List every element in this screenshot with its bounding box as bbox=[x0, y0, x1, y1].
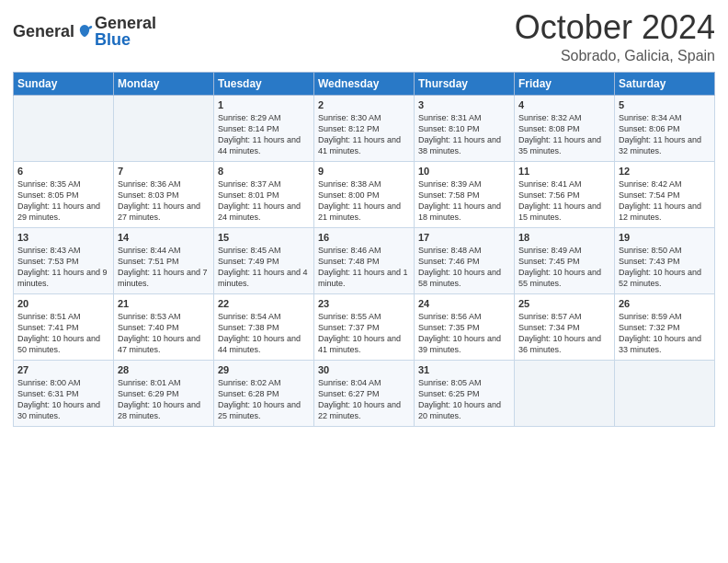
day-info: Sunrise: 8:37 AMSunset: 8:01 PMDaylight:… bbox=[218, 178, 310, 224]
day-info: Sunrise: 8:39 AMSunset: 7:58 PMDaylight:… bbox=[418, 178, 510, 224]
day-number: 12 bbox=[619, 166, 711, 177]
day-cell: 1Sunrise: 8:29 AMSunset: 8:14 PMDaylight… bbox=[214, 95, 314, 161]
day-number: 16 bbox=[318, 232, 410, 243]
day-info: Sunrise: 8:35 AMSunset: 8:05 PMDaylight:… bbox=[17, 178, 109, 224]
day-number: 9 bbox=[318, 166, 410, 177]
day-info: Sunrise: 8:30 AMSunset: 8:12 PMDaylight:… bbox=[318, 112, 410, 157]
day-number: 24 bbox=[418, 298, 510, 309]
day-info: Sunrise: 8:00 AMSunset: 6:31 PMDaylight:… bbox=[17, 377, 109, 422]
day-cell: 26Sunrise: 8:59 AMSunset: 7:32 PMDayligh… bbox=[615, 293, 715, 360]
day-number: 1 bbox=[218, 99, 310, 110]
day-number: 21 bbox=[118, 298, 210, 309]
day-info: Sunrise: 8:36 AMSunset: 8:03 PMDaylight:… bbox=[118, 178, 210, 224]
day-number: 25 bbox=[518, 298, 610, 309]
day-info: Sunrise: 8:48 AMSunset: 7:46 PMDaylight:… bbox=[418, 245, 510, 290]
day-cell: 25Sunrise: 8:57 AMSunset: 7:34 PMDayligh… bbox=[515, 293, 615, 360]
week-row-5: 27Sunrise: 8:00 AMSunset: 6:31 PMDayligh… bbox=[14, 360, 715, 426]
day-number: 11 bbox=[518, 166, 610, 177]
day-cell: 6Sunrise: 8:35 AMSunset: 8:05 PMDaylight… bbox=[14, 161, 114, 227]
day-number: 29 bbox=[218, 364, 310, 375]
day-cell: 17Sunrise: 8:48 AMSunset: 7:46 PMDayligh… bbox=[415, 227, 515, 293]
day-cell: 12Sunrise: 8:42 AMSunset: 7:54 PMDayligh… bbox=[615, 161, 715, 227]
day-cell: 5Sunrise: 8:34 AMSunset: 8:06 PMDaylight… bbox=[615, 95, 715, 161]
day-cell: 9Sunrise: 8:38 AMSunset: 8:00 PMDaylight… bbox=[314, 161, 415, 227]
day-number: 19 bbox=[619, 232, 711, 243]
day-number: 3 bbox=[418, 99, 510, 110]
header-cell-saturday: Saturday bbox=[615, 72, 715, 95]
day-cell: 18Sunrise: 8:49 AMSunset: 7:45 PMDayligh… bbox=[515, 227, 615, 293]
day-info: Sunrise: 8:46 AMSunset: 7:48 PMDaylight:… bbox=[318, 245, 410, 290]
day-info: Sunrise: 8:05 AMSunset: 6:25 PMDaylight:… bbox=[418, 377, 510, 422]
day-number: 15 bbox=[218, 232, 310, 243]
day-cell bbox=[114, 95, 214, 161]
day-info: Sunrise: 8:44 AMSunset: 7:51 PMDaylight:… bbox=[118, 245, 210, 290]
day-info: Sunrise: 8:56 AMSunset: 7:35 PMDaylight:… bbox=[418, 311, 510, 356]
day-cell: 2Sunrise: 8:30 AMSunset: 8:12 PMDaylight… bbox=[314, 95, 415, 161]
day-cell: 28Sunrise: 8:01 AMSunset: 6:29 PMDayligh… bbox=[114, 360, 214, 426]
day-number: 5 bbox=[619, 99, 711, 110]
day-cell: 11Sunrise: 8:41 AMSunset: 7:56 PMDayligh… bbox=[515, 161, 615, 227]
day-number: 13 bbox=[17, 232, 109, 243]
logo-bird-icon bbox=[76, 23, 93, 40]
day-number: 2 bbox=[318, 99, 410, 110]
day-info: Sunrise: 8:49 AMSunset: 7:45 PMDaylight:… bbox=[518, 245, 610, 290]
day-cell: 20Sunrise: 8:51 AMSunset: 7:41 PMDayligh… bbox=[14, 293, 114, 360]
page-container: General General Blue October 2024 Sobrad… bbox=[0, 0, 728, 436]
day-number: 22 bbox=[218, 298, 310, 309]
day-cell: 4Sunrise: 8:32 AMSunset: 8:08 PMDaylight… bbox=[515, 95, 615, 161]
day-cell: 27Sunrise: 8:00 AMSunset: 6:31 PMDayligh… bbox=[14, 360, 114, 426]
day-cell: 29Sunrise: 8:02 AMSunset: 6:28 PMDayligh… bbox=[214, 360, 314, 426]
location-title: Sobrado, Galicia, Spain bbox=[515, 48, 715, 64]
day-cell: 7Sunrise: 8:36 AMSunset: 8:03 PMDaylight… bbox=[114, 161, 214, 227]
header-cell-wednesday: Wednesday bbox=[314, 72, 415, 95]
week-row-2: 6Sunrise: 8:35 AMSunset: 8:05 PMDaylight… bbox=[14, 161, 715, 227]
day-number: 10 bbox=[418, 166, 510, 177]
day-info: Sunrise: 8:32 AMSunset: 8:08 PMDaylight:… bbox=[518, 112, 610, 157]
day-cell: 8Sunrise: 8:37 AMSunset: 8:01 PMDaylight… bbox=[214, 161, 314, 227]
day-number: 4 bbox=[518, 99, 610, 110]
day-info: Sunrise: 8:01 AMSunset: 6:29 PMDaylight:… bbox=[118, 377, 210, 422]
header-row: SundayMondayTuesdayWednesdayThursdayFrid… bbox=[14, 72, 715, 95]
day-cell: 22Sunrise: 8:54 AMSunset: 7:38 PMDayligh… bbox=[214, 293, 314, 360]
header: General General Blue October 2024 Sobrad… bbox=[13, 9, 715, 64]
day-info: Sunrise: 8:45 AMSunset: 7:49 PMDaylight:… bbox=[218, 245, 310, 290]
day-number: 20 bbox=[17, 298, 109, 309]
day-number: 6 bbox=[17, 166, 109, 177]
week-row-4: 20Sunrise: 8:51 AMSunset: 7:41 PMDayligh… bbox=[14, 293, 715, 360]
day-info: Sunrise: 8:59 AMSunset: 7:32 PMDaylight:… bbox=[619, 311, 711, 356]
title-block: October 2024 Sobrado, Galicia, Spain bbox=[515, 9, 715, 64]
day-info: Sunrise: 8:41 AMSunset: 7:56 PMDaylight:… bbox=[518, 178, 610, 224]
day-info: Sunrise: 8:53 AMSunset: 7:40 PMDaylight:… bbox=[118, 311, 210, 356]
week-row-1: 1Sunrise: 8:29 AMSunset: 8:14 PMDaylight… bbox=[14, 95, 715, 161]
day-number: 28 bbox=[118, 364, 210, 375]
day-info: Sunrise: 8:04 AMSunset: 6:27 PMDaylight:… bbox=[318, 377, 410, 422]
day-cell: 3Sunrise: 8:31 AMSunset: 8:10 PMDaylight… bbox=[415, 95, 515, 161]
day-number: 31 bbox=[418, 364, 510, 375]
day-cell: 19Sunrise: 8:50 AMSunset: 7:43 PMDayligh… bbox=[615, 227, 715, 293]
header-cell-friday: Friday bbox=[515, 72, 615, 95]
day-number: 18 bbox=[518, 232, 610, 243]
day-number: 27 bbox=[17, 364, 109, 375]
day-info: Sunrise: 8:54 AMSunset: 7:38 PMDaylight:… bbox=[218, 311, 310, 356]
day-cell: 24Sunrise: 8:56 AMSunset: 7:35 PMDayligh… bbox=[415, 293, 515, 360]
day-info: Sunrise: 8:31 AMSunset: 8:10 PMDaylight:… bbox=[418, 112, 510, 157]
day-cell: 16Sunrise: 8:46 AMSunset: 7:48 PMDayligh… bbox=[314, 227, 415, 293]
header-cell-monday: Monday bbox=[114, 72, 214, 95]
header-cell-sunday: Sunday bbox=[14, 72, 114, 95]
day-cell: 21Sunrise: 8:53 AMSunset: 7:40 PMDayligh… bbox=[114, 293, 214, 360]
day-info: Sunrise: 8:42 AMSunset: 7:54 PMDaylight:… bbox=[619, 178, 711, 224]
day-number: 7 bbox=[118, 166, 210, 177]
day-cell: 10Sunrise: 8:39 AMSunset: 7:58 PMDayligh… bbox=[415, 161, 515, 227]
week-row-3: 13Sunrise: 8:43 AMSunset: 7:53 PMDayligh… bbox=[14, 227, 715, 293]
day-number: 30 bbox=[318, 364, 410, 375]
header-cell-thursday: Thursday bbox=[415, 72, 515, 95]
calendar-table: SundayMondayTuesdayWednesdayThursdayFrid… bbox=[13, 72, 715, 427]
day-info: Sunrise: 8:50 AMSunset: 7:43 PMDaylight:… bbox=[619, 245, 711, 290]
day-number: 17 bbox=[418, 232, 510, 243]
day-info: Sunrise: 8:51 AMSunset: 7:41 PMDaylight:… bbox=[17, 311, 109, 356]
day-cell: 23Sunrise: 8:55 AMSunset: 7:37 PMDayligh… bbox=[314, 293, 415, 360]
day-number: 14 bbox=[118, 232, 210, 243]
day-cell bbox=[515, 360, 615, 426]
day-info: Sunrise: 8:34 AMSunset: 8:06 PMDaylight:… bbox=[619, 112, 711, 157]
day-info: Sunrise: 8:55 AMSunset: 7:37 PMDaylight:… bbox=[318, 311, 410, 356]
